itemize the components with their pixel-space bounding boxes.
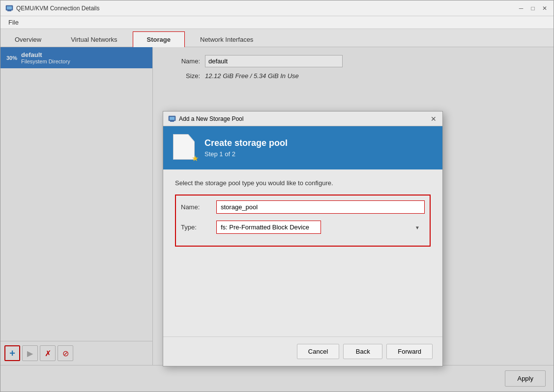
wizard-step: Step 1 of 2 xyxy=(204,150,288,158)
cancel-button[interactable]: Cancel xyxy=(297,344,339,359)
close-button[interactable]: ✕ xyxy=(541,4,549,12)
file-menu[interactable]: File xyxy=(5,18,22,27)
forward-button[interactable]: Forward xyxy=(386,344,433,359)
tabs-bar: Overview Virtual Networks Storage Networ… xyxy=(0,29,554,47)
titlebar-left: QEMU/KVM Connection Details xyxy=(5,4,99,12)
app-icon xyxy=(5,4,13,12)
window-title: QEMU/KVM Connection Details xyxy=(16,5,99,12)
titlebar: QEMU/KVM Connection Details ─ □ ✕ xyxy=(0,0,554,16)
modal-type-label: Type: xyxy=(181,224,210,231)
maximize-button[interactable]: □ xyxy=(529,4,537,12)
svg-rect-2 xyxy=(7,10,11,11)
svg-rect-4 xyxy=(170,117,175,120)
tab-storage[interactable]: Storage xyxy=(133,31,185,47)
modal-type-select[interactable]: fs: Pre-Formatted Block Devicedir: Files… xyxy=(216,221,321,234)
modal-name-input[interactable] xyxy=(216,200,425,214)
form-highlight-box: Name: Type: fs: Pre-Formatted Block Devi… xyxy=(175,195,431,247)
modal-type-row: Type: fs: Pre-Formatted Block Devicedir:… xyxy=(181,221,425,234)
svg-rect-1 xyxy=(7,6,12,9)
modal-header-banner: ★ Create storage pool Step 1 of 2 xyxy=(163,126,442,169)
tab-virtual-networks[interactable]: Virtual Networks xyxy=(57,31,131,47)
tab-overview[interactable]: Overview xyxy=(0,31,56,47)
modal-name-label: Name: xyxy=(181,203,210,211)
modal-header-text: Create storage pool Step 1 of 2 xyxy=(204,138,288,158)
window-controls: ─ □ ✕ xyxy=(517,4,549,12)
svg-rect-5 xyxy=(170,121,174,122)
wizard-title: Create storage pool xyxy=(204,138,288,148)
modal-name-row: Name: xyxy=(181,200,425,214)
star-badge: ★ xyxy=(192,155,199,163)
modal-type-select-wrapper: fs: Pre-Formatted Block Devicedir: Files… xyxy=(216,221,425,234)
modal-overlay: Add a New Storage Pool ✕ ★ Create storag… xyxy=(0,47,554,392)
modal-close-button[interactable]: ✕ xyxy=(430,115,437,123)
modal-titlebar-left: Add a New Storage Pool xyxy=(168,115,243,123)
modal-titlebar: Add a New Storage Pool ✕ xyxy=(163,112,442,126)
modal-description: Select the storage pool type you would l… xyxy=(175,179,431,187)
wizard-icon: ★ xyxy=(173,134,197,162)
main-content: 30% default Filesystem Directory + ▶ xyxy=(0,47,554,392)
menubar: File xyxy=(0,16,554,29)
modal-body: Select the storage pool type you would l… xyxy=(163,169,442,336)
tab-network-interfaces[interactable]: Network Interfaces xyxy=(186,31,267,47)
modal-app-icon xyxy=(168,115,176,123)
modal-title: Add a New Storage Pool xyxy=(179,115,243,122)
add-storage-pool-modal: Add a New Storage Pool ✕ ★ Create storag… xyxy=(163,111,443,366)
main-window: QEMU/KVM Connection Details ─ □ ✕ File O… xyxy=(0,0,554,392)
back-button[interactable]: Back xyxy=(343,344,382,359)
minimize-button[interactable]: ─ xyxy=(517,4,525,12)
modal-footer: Cancel Back Forward xyxy=(163,336,442,366)
